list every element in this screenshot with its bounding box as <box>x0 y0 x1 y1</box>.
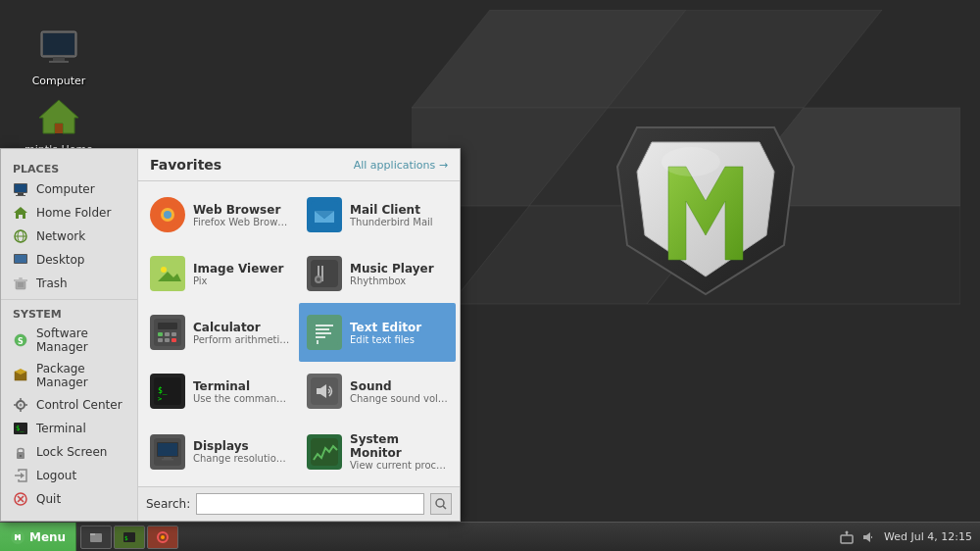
sidebar-item-computer[interactable]: Computer <box>1 177 137 201</box>
network-sidebar-label: Network <box>36 229 85 243</box>
desktop-icon-computer[interactable]: Computer <box>20 20 98 91</box>
trash-sidebar-icon <box>13 276 28 291</box>
svg-rect-17 <box>18 193 24 195</box>
app-displays[interactable]: Displays Change resolution an... <box>142 421 299 482</box>
menu-panel: Places Computer <box>0 148 461 522</box>
sidebar-item-terminal[interactable]: $_ Terminal <box>1 417 137 440</box>
taskbar-app-terminal[interactable]: $ <box>114 526 145 549</box>
svg-marker-19 <box>14 207 27 219</box>
svg-point-44 <box>20 455 22 457</box>
pix-icon <box>150 256 185 291</box>
svg-rect-10 <box>43 33 74 55</box>
computer-icon <box>35 24 82 71</box>
svg-text:$: $ <box>124 534 128 541</box>
svg-rect-89 <box>90 533 95 535</box>
all-apps-link[interactable]: All applications → <box>354 159 448 172</box>
control-center-icon <box>13 397 28 413</box>
app-mail-client[interactable]: Mail Client Thunderbird Mail <box>299 185 456 244</box>
logout-icon <box>13 468 28 483</box>
favorites-title: Favorites <box>150 157 221 173</box>
svg-marker-46 <box>21 473 24 478</box>
taskbar-app-browser[interactable] <box>147 526 178 549</box>
network-sidebar-icon <box>13 228 28 244</box>
svg-rect-72 <box>316 336 325 338</box>
sidebar-item-desktop[interactable]: Desktop <box>1 248 137 272</box>
svg-rect-62 <box>158 332 163 336</box>
app-displays-desc: Change resolution an... <box>193 453 291 464</box>
taskbar-start: Menu <box>0 523 76 551</box>
system-monitor-icon <box>307 434 342 470</box>
menu-sidebar: Places Computer <box>1 149 138 521</box>
terminal-sidebar-label: Terminal <box>36 422 86 435</box>
app-mail-name: Mail Client <box>350 203 433 217</box>
sidebar-item-control-center[interactable]: Control Center <box>1 393 137 417</box>
quit-label: Quit <box>36 492 61 506</box>
app-sound[interactable]: Sound Change sound volum... <box>299 362 456 421</box>
lock-screen-icon <box>13 444 28 460</box>
app-terminal-name: Terminal <box>193 379 291 393</box>
app-image-viewer[interactable]: Image Viewer Pix <box>142 244 299 303</box>
svg-rect-83 <box>162 459 173 461</box>
app-sound-name: Sound <box>350 379 448 393</box>
sidebar-item-lock-screen[interactable]: Lock Screen <box>1 440 137 464</box>
trash-sidebar-label: Trash <box>36 276 68 290</box>
taskbar: Menu $ <box>0 522 980 551</box>
search-input[interactable] <box>196 493 424 515</box>
sidebar-item-package-manager[interactable]: Package Manager <box>1 358 137 393</box>
system-section-title: System <box>1 304 137 323</box>
svg-rect-82 <box>164 457 172 459</box>
app-terminal[interactable]: $_ > Terminal Use the command line <box>142 362 299 421</box>
svg-rect-63 <box>165 332 170 336</box>
svg-marker-97 <box>863 532 870 542</box>
sidebar-item-trash[interactable]: Trash <box>1 272 137 295</box>
app-text-editor-name: Text Editor <box>350 321 421 334</box>
computer-sidebar-label: Computer <box>36 182 95 196</box>
svg-point-52 <box>164 211 172 219</box>
places-section-title: Places <box>1 159 137 177</box>
control-center-label: Control Center <box>36 398 122 412</box>
home-icon <box>35 92 82 139</box>
software-manager-label: Software Manager <box>36 326 125 354</box>
app-sound-desc: Change sound volum... <box>350 393 448 404</box>
app-system-monitor-name: System Monitor <box>350 432 448 460</box>
terminal-taskbar-icon: $ <box>122 530 136 544</box>
quit-icon <box>13 491 28 507</box>
search-button[interactable] <box>430 493 452 515</box>
sidebar-item-logout[interactable]: Logout <box>1 464 137 487</box>
app-system-monitor-info: System Monitor View current process... <box>350 432 448 471</box>
apps-grid: Web Browser Firefox Web Browser Mail Cli… <box>138 181 460 486</box>
svg-text:$_: $_ <box>16 425 24 432</box>
app-image-viewer-name: Image Viewer <box>193 262 283 276</box>
app-image-viewer-info: Image Viewer Pix <box>193 262 283 286</box>
start-button-label: Menu <box>29 530 66 544</box>
app-calculator[interactable]: Calculator Perform arithmetic, s... <box>142 303 299 362</box>
taskbar-app-filemanager[interactable] <box>80 526 112 549</box>
svg-point-8 <box>662 147 720 176</box>
displays-icon <box>150 434 185 470</box>
svg-rect-66 <box>165 338 170 342</box>
app-displays-name: Displays <box>193 439 291 453</box>
app-system-monitor[interactable]: System Monitor View current process... <box>299 421 456 482</box>
app-terminal-info: Terminal Use the command line <box>193 379 291 404</box>
svg-rect-94 <box>841 535 853 543</box>
sidebar-item-quit[interactable]: Quit <box>1 487 137 511</box>
start-button[interactable]: Menu <box>0 523 76 551</box>
app-text-editor[interactable]: Text Editor Edit text files <box>299 303 456 362</box>
sidebar-item-software-manager[interactable]: S Software Manager <box>1 323 137 358</box>
svg-rect-81 <box>158 443 177 456</box>
svg-point-36 <box>20 404 23 407</box>
sidebar-item-home[interactable]: Home Folder <box>1 201 137 225</box>
sound-icon <box>307 374 342 409</box>
app-web-browser[interactable]: Web Browser Firefox Web Browser <box>142 185 299 244</box>
svg-rect-27 <box>19 277 23 279</box>
search-label: Search: <box>146 497 190 511</box>
taskbar-system: Wed Jul 4, 12:15 <box>831 523 980 551</box>
terminal-app-icon: $_ > <box>150 374 185 409</box>
svg-rect-67 <box>172 338 176 342</box>
computer-sidebar-icon <box>13 181 28 197</box>
sidebar-separator-1 <box>1 299 137 300</box>
sidebar-item-network[interactable]: Network <box>1 225 137 248</box>
app-music-player[interactable]: Music Player Rhythmbox <box>299 244 456 303</box>
taskbar-clock: Wed Jul 4, 12:15 <box>884 530 972 543</box>
menu-content: Favorites All applications → Web Browser <box>138 149 460 521</box>
